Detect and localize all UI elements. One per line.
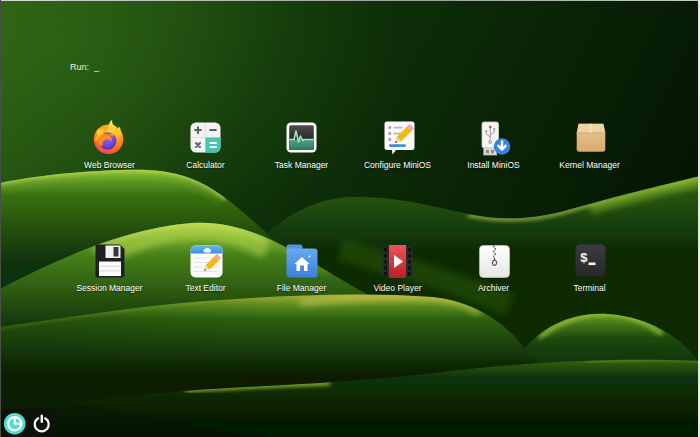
svg-text:$: $ xyxy=(580,251,588,266)
